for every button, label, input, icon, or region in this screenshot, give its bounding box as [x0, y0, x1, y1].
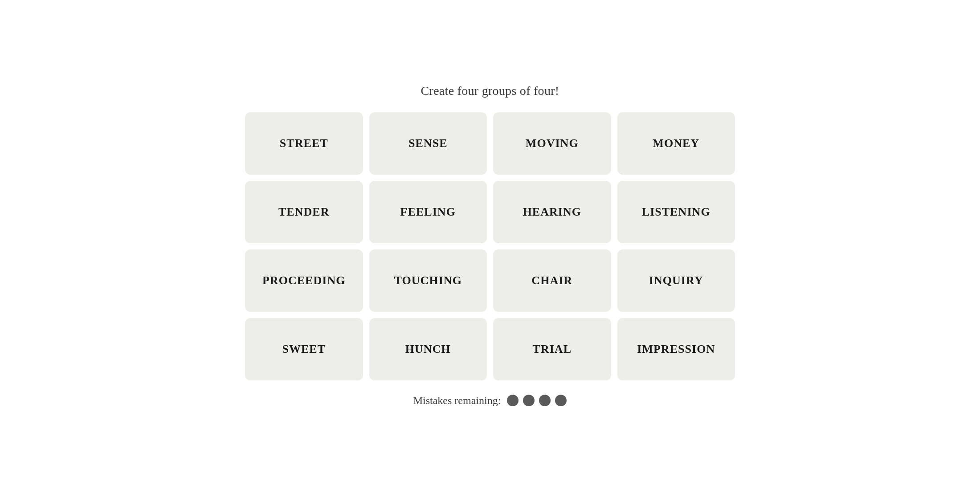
tile-proceeding[interactable]: PROCEEDING — [245, 249, 363, 312]
tile-moving[interactable]: MOVING — [493, 112, 611, 175]
tile-hearing-label: HEARING — [523, 205, 581, 219]
tile-chair[interactable]: CHAIR — [493, 249, 611, 312]
tile-feeling-label: FEELING — [400, 205, 456, 219]
tile-street-label: STREET — [280, 137, 328, 150]
dot-2 — [523, 395, 535, 406]
dot-1 — [507, 395, 519, 406]
tile-hearing[interactable]: HEARING — [493, 181, 611, 243]
tile-proceeding-label: PROCEEDING — [262, 274, 346, 287]
tile-inquiry[interactable]: INQUIRY — [617, 249, 735, 312]
mistakes-row: Mistakes remaining: — [413, 395, 567, 407]
tile-tender-label: TENDER — [278, 205, 330, 219]
tile-touching-label: TOUCHING — [394, 274, 462, 287]
tile-listening-label: LISTENING — [642, 205, 710, 219]
tile-tender[interactable]: TENDER — [245, 181, 363, 243]
tile-inquiry-label: INQUIRY — [649, 274, 703, 287]
tile-money-label: MONEY — [653, 137, 699, 150]
tile-sweet-label: SWEET — [282, 343, 326, 356]
game-subtitle: Create four groups of four! — [421, 84, 559, 98]
word-grid: STREETSENSEMOVINGMONEYTENDERFEELINGHEARI… — [245, 112, 735, 380]
tile-money[interactable]: MONEY — [617, 112, 735, 175]
tile-sense[interactable]: SENSE — [369, 112, 487, 175]
tile-trial-label: TRIAL — [532, 343, 572, 356]
dot-3 — [539, 395, 551, 406]
tile-trial[interactable]: TRIAL — [493, 318, 611, 380]
tile-hunch[interactable]: HUNCH — [369, 318, 487, 380]
tile-moving-label: MOVING — [526, 137, 579, 150]
mistakes-label: Mistakes remaining: — [413, 395, 501, 407]
dot-4 — [555, 395, 567, 406]
tile-feeling[interactable]: FEELING — [369, 181, 487, 243]
tile-hunch-label: HUNCH — [405, 343, 451, 356]
tile-touching[interactable]: TOUCHING — [369, 249, 487, 312]
game-container: Create four groups of four! STREETSENSEM… — [245, 84, 735, 407]
tile-street[interactable]: STREET — [245, 112, 363, 175]
tile-impression-label: IMPRESSION — [637, 343, 715, 356]
mistakes-dots — [507, 395, 567, 406]
tile-sweet[interactable]: SWEET — [245, 318, 363, 380]
tile-sense-label: SENSE — [408, 137, 448, 150]
tile-listening[interactable]: LISTENING — [617, 181, 735, 243]
tile-impression[interactable]: IMPRESSION — [617, 318, 735, 380]
tile-chair-label: CHAIR — [531, 274, 572, 287]
